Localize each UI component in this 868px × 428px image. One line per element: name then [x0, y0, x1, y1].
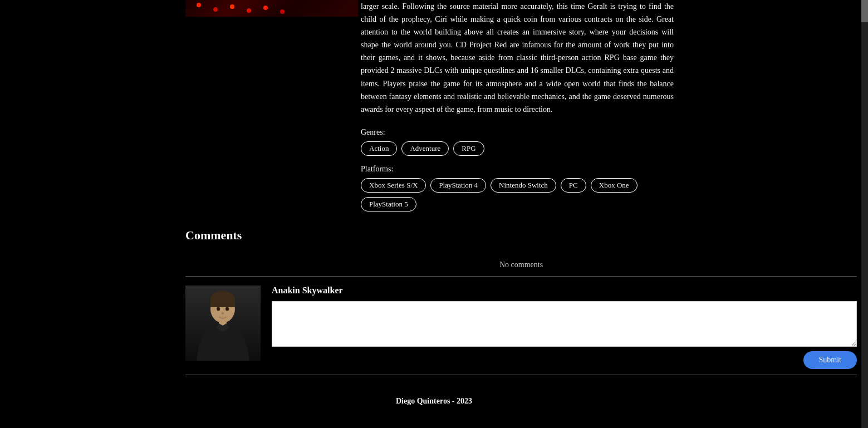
genres-label: Genres:	[361, 128, 849, 137]
game-image-placeholder	[185, 0, 358, 17]
svg-point-6	[225, 307, 229, 311]
svg-point-7	[222, 312, 224, 314]
comment-form-area: Anakin Skywalker Submit	[185, 286, 857, 369]
platform-tag-pc[interactable]: PC	[561, 178, 586, 193]
genre-tag-action[interactable]: Action	[361, 141, 397, 156]
submit-button[interactable]: Submit	[803, 351, 857, 369]
main-content: larger scale. Following the source mater…	[361, 0, 857, 216]
comment-right: Anakin Skywalker Submit	[272, 286, 857, 369]
avatar-image	[185, 286, 261, 361]
genres-tags: Action Adventure RPG	[361, 141, 849, 156]
platforms-tags-row2: PlayStation 5	[361, 197, 849, 211]
genres-section: Genres: Action Adventure RPG	[361, 128, 849, 156]
platform-tag-xbox-one[interactable]: Xbox One	[591, 178, 637, 193]
platform-tag-nintendo-switch[interactable]: Nintendo Switch	[491, 178, 556, 193]
avatar	[185, 286, 261, 361]
comments-title: Comments	[185, 228, 857, 243]
platform-tag-ps5[interactable]: PlayStation 5	[361, 197, 416, 211]
platforms-section: Platforms: Xbox Series S/X PlayStation 4…	[361, 165, 849, 211]
platforms-tags: Xbox Series S/X PlayStation 4 Nintendo S…	[361, 178, 849, 193]
description-text: larger scale. Following the source mater…	[361, 0, 674, 116]
footer-text: Diego Quinteros - 2023	[0, 397, 868, 406]
genre-tag-rpg[interactable]: RPG	[453, 141, 484, 156]
svg-rect-4	[210, 299, 235, 307]
platform-tag-ps4[interactable]: PlayStation 4	[430, 178, 486, 193]
comments-section: Comments No comments	[185, 228, 857, 369]
submit-btn-container: Submit	[272, 351, 857, 369]
game-image-area	[185, 0, 358, 17]
comment-input[interactable]	[272, 301, 857, 347]
scrollbar-track	[861, 0, 868, 428]
svg-point-5	[217, 307, 220, 311]
platform-tag-xbox-series[interactable]: Xbox Series S/X	[361, 178, 426, 193]
no-comments-text: No comments	[185, 254, 857, 277]
commenter-name: Anakin Skywalker	[272, 286, 857, 296]
bottom-divider	[185, 375, 857, 375]
genre-tag-adventure[interactable]: Adventure	[401, 141, 449, 156]
page-container: larger scale. Following the source mater…	[0, 0, 868, 428]
platforms-label: Platforms:	[361, 165, 849, 174]
scrollbar-thumb[interactable]	[861, 0, 868, 22]
